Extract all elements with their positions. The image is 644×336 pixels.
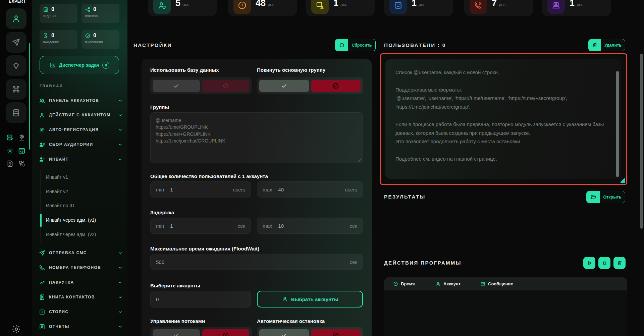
settings-card: Использовать базу данных Покинуть основн… [142, 59, 372, 336]
sidebar-item-invite-admin-v1[interactable]: Инвайт через адм. (v1) [46, 213, 120, 227]
column-time[interactable]: Время [393, 281, 436, 286]
toggle-off-button[interactable] [202, 329, 250, 336]
sidebar-item-invite-admin-v2[interactable]: Инвайт через адм. (v2) [46, 228, 120, 241]
submenu-guide-line [41, 170, 41, 242]
database-icon [12, 108, 20, 117]
task-manager-icon [49, 62, 56, 68]
summary-card-sessions: 1pcs [542, 0, 611, 16]
chevron-down-icon [118, 295, 123, 300]
chevron-up-icon [118, 157, 123, 162]
sidebar-item-audience-collection[interactable]: СБОР АУДИТОРИИ [39, 138, 123, 151]
clock-icon [393, 281, 398, 286]
sidebar-item-invite-v1[interactable]: Инвайт v1 [46, 170, 120, 184]
person-heart-icon [153, 0, 171, 14]
users-scrollbar-thumb[interactable] [616, 71, 619, 177]
use-database-toggle [150, 77, 252, 94]
accounts-count-input[interactable] [156, 296, 245, 302]
accounts-count-field [150, 291, 251, 307]
code-window-icon[interactable] [18, 147, 26, 155]
toggle-on-button[interactable] [153, 329, 200, 336]
alert-octagon-icon [233, 0, 251, 14]
toggle-off-button[interactable] [311, 329, 361, 336]
sidebar-item-contact-book[interactable]: КНИГА КОНТАКТОВ [39, 291, 123, 303]
nav-section-label: ГЛАВНАЯ [40, 84, 63, 88]
diamond-icon [12, 61, 20, 70]
check-icon [173, 82, 179, 89]
page-scrollbar-thumb[interactable] [640, 54, 643, 229]
delete-users-button[interactable]: Удалить [588, 39, 625, 51]
delay-max-input[interactable] [278, 223, 350, 229]
reset-button[interactable]: Сбросить [335, 39, 376, 51]
open-results-button[interactable]: Открыть [586, 191, 625, 203]
rail-accounts-button[interactable] [6, 8, 26, 29]
sidebar-item-reports[interactable]: ОТЧЕТЫ [39, 321, 123, 333]
rail-premium-button[interactable] [6, 55, 26, 76]
toggle-off-button[interactable] [311, 80, 361, 92]
sidebar-item-boosting[interactable]: НАКРУТКА [39, 276, 123, 288]
delay-min-input[interactable] [170, 223, 237, 229]
floodwait-input[interactable] [156, 259, 350, 265]
app-logo: EXPERT [9, 0, 26, 4]
stat-card-threads: 0 потоков [82, 4, 119, 23]
task-manager-button[interactable]: Диспетчер задач 0 [40, 56, 119, 74]
stat-card-waiting: 0 ожидание [40, 30, 77, 49]
chevron-down-icon [118, 98, 123, 103]
rail-database-button[interactable] [6, 102, 26, 123]
task-manager-badge: 0 [102, 62, 109, 69]
start-button[interactable] [583, 257, 595, 269]
resize-handle[interactable] [358, 159, 362, 162]
sidebar-item-invite-v2[interactable]: Инвайт v2 [46, 185, 120, 198]
users-textarea[interactable] [385, 59, 621, 179]
sidebar-item-invite-by-id[interactable]: Инвайт по ID [46, 199, 120, 212]
sidebar-item-phone-numbers[interactable]: НОМЕРА ТЕЛЕФОНОВ [39, 262, 123, 274]
sidebar-item-auto-registration[interactable]: АВТО-РЕГИСТРАЦИЯ [39, 124, 123, 136]
rail-send-button[interactable] [6, 32, 26, 53]
leave-group-toggle [257, 77, 363, 94]
person-icon [12, 14, 20, 23]
reset-icon [335, 39, 348, 51]
user-network-icon[interactable] [18, 133, 26, 142]
sidebar-item-account-action[interactable]: ДЕЙСТВИЕ С АККАУНТОМ [39, 109, 123, 121]
person-list-icon [39, 142, 45, 148]
select-accounts-button[interactable]: Выбрать аккаунты [257, 291, 363, 307]
person-icon [282, 296, 288, 302]
results-title: РЕЗУЛЬТАТЫ [384, 194, 426, 200]
phone-icon [39, 265, 45, 271]
sidebar-item-invite[interactable]: ИНВАЙТ [39, 153, 123, 165]
rail-commands-button[interactable] [6, 79, 26, 100]
chevron-down-icon [118, 113, 123, 118]
gear-filter-icon[interactable] [6, 147, 14, 155]
sidebar-item-accounts-panel[interactable]: ПАНЕЛЬ АККАУНТОВ [39, 95, 123, 107]
sidebar-item-stories[interactable]: СТОРИС [39, 306, 123, 318]
column-message[interactable]: Сообщение [480, 281, 513, 286]
report-icon [39, 324, 45, 330]
groups-textarea[interactable] [150, 112, 363, 163]
toggle-on-button[interactable] [259, 329, 309, 336]
use-database-label: Использовать базу данных [150, 67, 219, 73]
settings-gear-icon[interactable] [12, 325, 21, 334]
server-check-icon[interactable] [6, 133, 14, 142]
clear-log-button[interactable] [613, 257, 626, 269]
users-resize-handle[interactable] [621, 178, 625, 183]
phone-x-icon [470, 0, 487, 14]
column-account[interactable]: Аккаунт [436, 281, 480, 286]
chevron-down-icon [118, 265, 123, 270]
trash-icon [617, 260, 623, 266]
chevron-down-icon [118, 250, 123, 256]
toggle-on-button[interactable] [259, 80, 309, 92]
users-min-input[interactable] [170, 187, 233, 192]
users-max-input[interactable] [278, 187, 345, 192]
stop-button[interactable] [598, 257, 610, 269]
paper-plane-icon [39, 250, 45, 256]
toggle-on-button[interactable] [153, 80, 200, 92]
sidebar-item-sms-sending[interactable]: ОТПРАВКА СМС [39, 247, 123, 259]
toggle-off-button[interactable] [202, 80, 250, 92]
summary-card-online: 5pcs [148, 0, 217, 16]
rail-scrollbar-thumb[interactable] [29, 43, 30, 150]
swap-panels-icon[interactable] [18, 160, 26, 168]
threads-toggle [150, 327, 252, 336]
hourglass-icon [43, 33, 49, 39]
document-check-icon[interactable] [6, 160, 14, 168]
delay-max-field: max сек [257, 218, 363, 234]
actions-title: ДЕЙСТВИЯ ПРОГРАММЫ [384, 260, 462, 266]
